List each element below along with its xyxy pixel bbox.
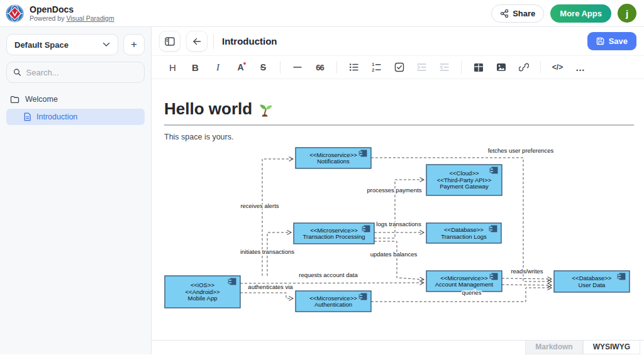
svg-text:1: 1	[372, 62, 374, 67]
save-button[interactable]: Save	[587, 32, 636, 50]
doc-heading: Hello world	[164, 99, 634, 126]
intro-text: This space is yours.	[164, 133, 634, 141]
horizontal-rule-button[interactable]	[287, 59, 307, 76]
share-button[interactable]: Share	[491, 4, 544, 23]
code-button[interactable]: </>	[548, 59, 567, 76]
svg-text:fetches user preferences: fetches user preferences	[488, 147, 554, 154]
editor-mode-bar: Markdown WYSIWYG	[152, 340, 644, 354]
tree-folder-label: Welcome	[25, 95, 58, 104]
diagram-node-mobile-app: <<iOS>><<Android>>Mobile App	[165, 276, 240, 308]
svg-text:Notifications: Notifications	[317, 158, 350, 165]
space-selector[interactable]: Default Space	[6, 34, 118, 55]
svg-text:requests account data: requests account data	[299, 271, 358, 278]
svg-text:<<Microservice>>: <<Microservice>>	[310, 227, 358, 234]
link-button[interactable]	[514, 59, 533, 76]
tab-markdown[interactable]: Markdown	[525, 341, 582, 354]
tree-item-introduction[interactable]: Introduction	[6, 109, 145, 125]
toolbar-divider	[540, 61, 541, 74]
svg-text:authenticates via: authenticates via	[248, 283, 293, 290]
task-list-button[interactable]	[389, 59, 409, 76]
svg-text:<<Third-Party API>>: <<Third-Party API>>	[437, 177, 492, 183]
doc-header: Introduction Save	[152, 27, 644, 56]
diagram-node-payment-gateway: <<Cloud>><<Third-Party API>>Payment Gate…	[426, 165, 502, 195]
chevron-down-icon	[103, 42, 110, 47]
tab-wysiwyg[interactable]: WYSIWYG	[583, 341, 640, 354]
svg-text:initiates transactions: initiates transactions	[240, 248, 294, 255]
bullet-list-button[interactable]	[344, 59, 364, 76]
brand: OpenDocs Powered by Visual Paradigm	[5, 4, 114, 23]
outdent-icon	[439, 62, 450, 72]
diagram-node-transaction-logs: <<Database>>Transaction Logs	[426, 223, 501, 243]
heading-button[interactable]: H	[163, 59, 182, 76]
visual-paradigm-link[interactable]: Visual Paradigm	[66, 14, 114, 22]
share-label: Share	[513, 9, 535, 18]
tree-folder-welcome[interactable]: Welcome	[6, 92, 145, 107]
svg-text:<<Microservice>>: <<Microservice>>	[309, 295, 357, 302]
table-button[interactable]	[469, 59, 488, 76]
svg-text:User Data: User Data	[579, 281, 606, 288]
numbered-list-button[interactable]: 1 2	[367, 59, 386, 76]
outdent-button[interactable]	[435, 59, 454, 76]
svg-text:Transaction Processing: Transaction Processing	[303, 233, 365, 240]
visual-paradigm-logo-icon	[5, 4, 25, 23]
svg-text:<<Database>>: <<Database>>	[444, 226, 484, 233]
app-name: OpenDocs	[30, 4, 114, 14]
topbar: OpenDocs Powered by Visual Paradigm Shar…	[0, 0, 644, 27]
toolbar-divider	[461, 61, 462, 74]
search-icon	[13, 68, 21, 77]
avatar[interactable]: j	[618, 4, 636, 23]
svg-text:Payment Gateway: Payment Gateway	[440, 183, 489, 190]
save-label: Save	[609, 36, 628, 46]
image-button[interactable]	[491, 59, 511, 76]
diagram-node-user-data: <<Database>>User Data	[554, 271, 630, 292]
italic-button[interactable]: I	[208, 59, 228, 76]
indent-button[interactable]	[412, 59, 431, 76]
uml-diagram: <<Microservice>>Notifications<<Cloud>><<…	[157, 142, 636, 319]
more-apps-button[interactable]: More Apps	[550, 4, 611, 23]
table-icon	[474, 63, 484, 72]
svg-text:reads/writes: reads/writes	[511, 268, 543, 275]
tree-item-label: Introduction	[36, 112, 77, 121]
text-color-button[interactable]: A	[231, 59, 250, 76]
sidebar: Default Space + Welcome	[0, 27, 152, 354]
indent-icon	[416, 62, 427, 72]
svg-text:<<iOS>>: <<iOS>>	[191, 281, 214, 288]
svg-text:queries: queries	[462, 289, 481, 296]
diagram-node-authentication: <<Microservice>>Authentication	[296, 291, 371, 312]
numbered-list-icon: 1 2	[371, 62, 382, 72]
toolbar-more-button[interactable]: …	[570, 59, 590, 76]
document-icon	[23, 112, 31, 121]
toolbar-divider	[280, 61, 280, 74]
bold-button[interactable]: B	[186, 59, 205, 76]
svg-text:logs transactions: logs transactions	[376, 221, 421, 227]
svg-text:Mobile App: Mobile App	[187, 295, 217, 302]
panel-left-icon	[165, 37, 175, 46]
uml-component-diagram[interactable]: <<Microservice>>Notifications<<Cloud>><<…	[157, 142, 634, 322]
svg-text:<<Database>>: <<Database>>	[572, 275, 612, 281]
svg-text:receives alerts: receives alerts	[240, 202, 279, 209]
toggle-sidebar-button[interactable]	[159, 31, 180, 52]
svg-text:Authentication: Authentication	[314, 301, 352, 308]
seedling-emoji	[258, 101, 274, 117]
add-space-button[interactable]: +	[123, 34, 145, 55]
page-tree: Welcome Introduction	[6, 92, 145, 125]
powered-by: Powered by Visual Paradigm	[30, 14, 114, 22]
svg-text:<<Microservice>>: <<Microservice>>	[440, 275, 488, 281]
bullet-list-icon	[348, 62, 359, 72]
arrow-left-icon	[192, 37, 202, 46]
editor-surface[interactable]: Hello world This space is yours. <<Micro…	[152, 79, 644, 340]
back-button[interactable]	[186, 31, 208, 52]
diagram-node-notifications: <<Microservice>>Notifications	[296, 148, 371, 168]
blockquote-button[interactable]: 66	[310, 59, 330, 76]
image-icon	[496, 63, 506, 72]
header-divider	[213, 34, 214, 49]
checkbox-icon	[394, 62, 404, 72]
svg-text:processes payments: processes payments	[367, 187, 421, 194]
strikethrough-button[interactable]: S	[253, 59, 273, 76]
svg-text:Transaction Logs: Transaction Logs	[441, 233, 487, 240]
diagram-node-transaction-processing: <<Microservice>>Transaction Processing	[294, 223, 374, 244]
search-box[interactable]	[6, 62, 145, 83]
toolbar-divider	[336, 61, 337, 74]
search-input[interactable]	[26, 68, 138, 77]
svg-text:updates balances: updates balances	[370, 251, 418, 258]
